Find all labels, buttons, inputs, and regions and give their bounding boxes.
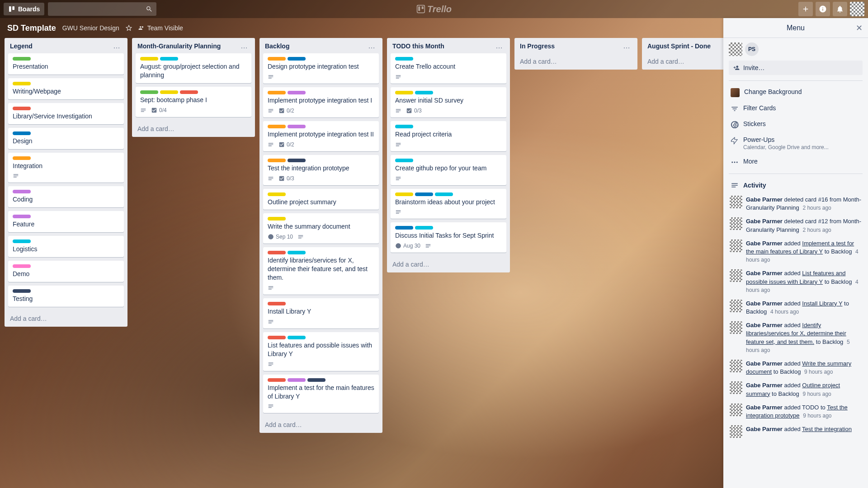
add-card-button[interactable]: Add a card… [259,417,382,433]
card[interactable]: List features and possible issues with L… [263,332,379,371]
card[interactable]: Sept: bootcamp phase I0/4 [136,87,251,117]
activity-avatar[interactable] [730,196,742,208]
menu-title: Menu [787,24,805,32]
label-sky [288,251,306,254]
svg-point-7 [734,162,736,163]
card[interactable]: Feature [8,211,124,232]
description-badge [268,74,274,80]
activity-avatar[interactable] [730,239,742,252]
boards-button[interactable]: Boards [4,3,44,15]
card[interactable]: Demo [8,261,124,282]
list-menu-button[interactable]: … [366,44,377,48]
activity-avatar[interactable] [730,217,742,230]
card[interactable]: Create Trello account [391,53,506,84]
list: Month-Granularity Planning…August: group… [132,38,255,137]
label-black [307,378,326,382]
card-title: Presentation [13,62,119,71]
invite-button[interactable]: Invite… [729,61,863,75]
activity-text: Gabe Parmer added Test the integration [746,425,852,438]
card-title: Write the summary document [268,222,374,231]
board-subtitle[interactable]: GWU Senior Design [62,24,119,32]
card[interactable]: August: group/project selection and plan… [136,53,251,83]
activity-avatar[interactable] [730,404,742,416]
list-title[interactable]: Month-Granularity Planning [137,42,221,50]
card[interactable]: Read project criteria [391,121,506,151]
card[interactable]: Brainstorm ideas about your project [391,189,506,219]
list-title[interactable]: Legend [10,42,33,50]
card[interactable]: Coding [8,186,124,207]
info-button[interactable] [816,2,830,16]
label-blue [395,226,413,230]
add-card-button[interactable]: Add a card… [132,121,255,137]
add-card-button[interactable]: Add a card… [5,310,127,327]
search-input[interactable] [52,6,146,13]
menu-filter-cards[interactable]: Filter Cards [729,101,863,117]
list-title[interactable]: August Sprint - Done [647,42,711,50]
menu-powerups[interactable]: Power-Ups Calendar, Google Drive and mor… [729,132,863,154]
logo[interactable]: Trello [416,4,452,14]
add-card-button[interactable]: Add a card… [642,53,723,70]
card[interactable]: Design prototype integration test [263,53,379,84]
card[interactable]: Implement prototype integration test I0/… [263,87,379,117]
boards-icon [8,5,15,13]
notifications-button[interactable] [833,2,847,16]
card-title: Create Trello account [395,62,502,71]
visibility-button[interactable]: Team Visible [138,24,183,32]
add-card-button[interactable]: Add a card… [387,256,510,272]
label-sky [13,239,31,243]
card-badges [268,319,374,325]
label-red [268,302,286,305]
menu-more[interactable]: More [729,154,863,170]
card[interactable]: Install Library Y [263,298,379,328]
svg-rect-1 [12,6,14,10]
card[interactable]: Implement prototype integration test II0… [263,121,379,151]
card-title: Identify libraries/services for X, deter… [268,256,374,282]
search-box[interactable] [48,2,156,16]
card[interactable]: Identify libraries/services for X, deter… [263,247,379,295]
list-menu-button[interactable]: … [111,44,122,48]
card[interactable]: Writing/Webpage [8,78,124,99]
activity-avatar[interactable] [730,425,742,438]
card[interactable]: Outline project summary [263,189,379,210]
card[interactable]: Write the summary documentSep 10 [263,213,379,244]
star-button[interactable] [126,25,132,31]
card[interactable]: Library/Service Investigation [8,103,124,124]
menu-change-background[interactable]: Change Background [729,84,863,101]
create-button[interactable] [798,2,813,16]
list-title[interactable]: Backlog [265,42,289,50]
label-sky [288,336,306,339]
list-title[interactable]: TODO this Month [392,42,444,50]
user-avatar-button[interactable] [850,2,864,16]
activity-avatar[interactable] [730,360,742,372]
list-menu-button[interactable]: … [621,44,632,48]
card[interactable]: Design [8,128,124,149]
activity-avatar[interactable] [730,269,742,282]
list-menu-button[interactable]: … [239,44,250,48]
card-labels [268,125,374,128]
card[interactable]: Discuss Initial Tasks for Sept SprintAug… [391,222,506,253]
card[interactable]: Create github repo for your team [391,155,506,185]
card[interactable]: Testing [8,286,124,307]
label-sky [415,91,433,94]
list-menu-button[interactable]: … [494,44,505,48]
menu-close-button[interactable]: ✕ [856,23,863,33]
member-avatar[interactable] [729,42,742,56]
add-card-button[interactable]: Add a card… [514,53,637,70]
card[interactable]: Implement a test for the main features o… [263,375,379,413]
card[interactable]: Integration [8,153,124,183]
card[interactable]: Test the integration prototype0/3 [263,155,379,185]
menu-stickers[interactable]: Stickers [729,117,863,132]
board-title[interactable]: SD Template [7,23,56,33]
activity-text: Gabe Parmer added Implement a test for t… [746,239,862,264]
checklist-badge: 0/4 [151,107,167,113]
activity-avatar[interactable] [730,321,742,334]
card[interactable]: Presentation [8,53,124,75]
card-labels [13,264,119,268]
list-title[interactable]: In Progress [520,42,555,50]
member-initials[interactable]: PS [745,42,759,56]
activity-avatar[interactable] [730,381,742,394]
activity-avatar[interactable] [730,300,742,312]
card-title: Install Library Y [268,307,374,316]
card[interactable]: Logistics [8,236,124,257]
card[interactable]: Answer initial SD survey0/3 [391,87,506,117]
